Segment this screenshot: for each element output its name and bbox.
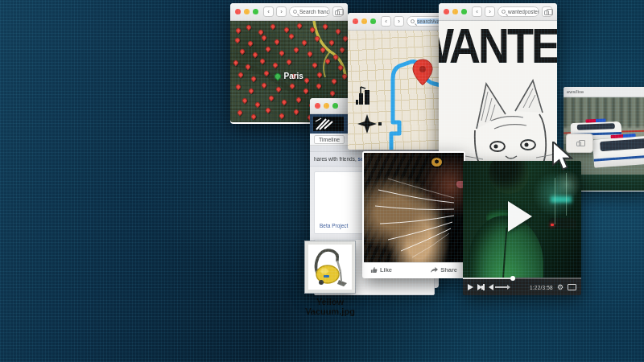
- share-arrow-icon: [431, 266, 438, 274]
- duplicate-tab-button[interactable]: [542, 6, 552, 17]
- share-label: Share: [440, 266, 457, 274]
- search-icon: [411, 19, 415, 23]
- minimize-window-button[interactable]: [361, 19, 367, 24]
- file-name-line1: Yellow: [293, 297, 367, 306]
- settings-gear-icon[interactable]: ⚙: [557, 284, 564, 291]
- browser-toolbar: ‹ › Search france/paris: [230, 3, 348, 21]
- vacuum-thumbnail: [305, 241, 355, 293]
- back-button[interactable]: ‹: [472, 6, 482, 17]
- fullscreen-button[interactable]: [568, 284, 576, 290]
- share-button[interactable]: Share: [431, 266, 457, 274]
- traffic-lights: [235, 9, 258, 14]
- forward-chevron-icon: ›: [280, 7, 283, 16]
- like-button[interactable]: Like: [370, 266, 392, 274]
- cat-whiskers: [364, 153, 464, 262]
- browser-toolbar: ‹ › search/vancouver: [348, 13, 449, 31]
- street-pole: [566, 173, 567, 216]
- search-icon: [293, 10, 297, 14]
- back-chevron-icon: ‹: [476, 7, 478, 16]
- window-vancouver-map: ‹ › search/vancouver: [348, 13, 449, 150]
- search-icon: [502, 10, 506, 14]
- traffic-lights: [444, 9, 467, 14]
- copy-icon: [544, 10, 549, 15]
- back-button[interactable]: ‹: [263, 6, 274, 17]
- close-window-button[interactable]: [235, 9, 241, 14]
- zoom-window-button[interactable]: [332, 103, 338, 109]
- volume-slider[interactable]: [495, 286, 508, 288]
- car-lightbar: [585, 118, 605, 122]
- progress-played: [463, 278, 510, 279]
- beta-project-link[interactable]: Beta Project: [320, 223, 348, 228]
- minimize-window-button[interactable]: [452, 9, 458, 14]
- back-button[interactable]: ‹: [381, 16, 391, 27]
- zoom-window-button[interactable]: [461, 9, 467, 14]
- forward-chevron-icon: ›: [398, 17, 400, 26]
- browser-toolbar: ‹ › wantedposter.jpg: [439, 3, 557, 21]
- green-pin-icon: [274, 72, 283, 80]
- news-toolbar: ews/live: [564, 87, 644, 97]
- thumb-up-icon: [370, 266, 378, 274]
- close-window-button[interactable]: [444, 9, 449, 14]
- video-frame[interactable]: [463, 161, 581, 279]
- traffic-lights: [353, 19, 376, 24]
- wanted-headline: WANTED: [439, 21, 557, 73]
- play-button[interactable]: [468, 284, 473, 290]
- forward-button[interactable]: ›: [485, 6, 495, 17]
- post-action-bar: Like Share: [364, 262, 464, 277]
- route-layer: [348, 31, 449, 150]
- street-map[interactable]: [348, 31, 449, 150]
- suspect-head: [489, 161, 529, 194]
- mouse-cursor-icon: [551, 142, 575, 172]
- car-window: [576, 123, 615, 130]
- forward-button[interactable]: ›: [394, 16, 404, 27]
- tab-timeline[interactable]: Timeline: [314, 135, 345, 144]
- news-url-fragment: ews/live: [567, 89, 584, 94]
- minimize-window-button[interactable]: [324, 103, 329, 109]
- like-label: Like: [380, 266, 392, 274]
- cover-sketch: [313, 117, 344, 131]
- forward-chevron-icon: ›: [489, 7, 491, 16]
- search-query-text: Search france/paris: [299, 9, 330, 14]
- traffic-lights: [315, 103, 338, 109]
- zoom-window-button[interactable]: [253, 9, 258, 14]
- compass-icon: [357, 114, 382, 134]
- forward-button[interactable]: ›: [276, 6, 287, 17]
- window-cat-post: Like Share: [362, 151, 465, 278]
- zoom-window-button[interactable]: [370, 19, 376, 24]
- back-chevron-icon: ‹: [267, 7, 270, 16]
- progress-bar[interactable]: [463, 278, 581, 279]
- close-window-button[interactable]: [315, 103, 320, 109]
- file-icon-yellow-vacuum[interactable]: Yellow Vacuum.jpg: [293, 241, 367, 317]
- copy-icon: [576, 142, 581, 146]
- close-window-button[interactable]: [353, 19, 358, 24]
- speaker-icon: [489, 284, 493, 290]
- duplicate-tab-button[interactable]: [332, 6, 343, 17]
- volume-control[interactable]: [489, 284, 508, 290]
- file-name-line2: Vacuum.jpg: [293, 306, 367, 316]
- progress-knob[interactable]: [510, 276, 515, 281]
- place-name-label: Paris: [283, 72, 303, 80]
- desktop-background: ‹ › Search france/paris Paris ews/live: [0, 0, 644, 362]
- landmark-icon: [356, 87, 369, 105]
- search-query-text: wantedposter.jpg: [508, 9, 539, 14]
- paris-place-marker[interactable]: Paris: [275, 72, 303, 80]
- car-stripe: [593, 154, 644, 161]
- address-search-field[interactable]: Search france/paris: [289, 6, 330, 17]
- message-text: hares with friends,: [314, 156, 358, 162]
- car-window: [600, 138, 644, 150]
- video-control-bar: 1:22/3:58 ⚙: [463, 279, 581, 295]
- address-search-field[interactable]: wantedposter.jpg: [497, 6, 539, 17]
- window-video-player: 1:22/3:58 ⚙: [463, 161, 581, 295]
- police-car-front: [592, 135, 644, 167]
- street-pole: [555, 178, 555, 225]
- file-name-label: Yellow Vacuum.jpg: [293, 297, 367, 317]
- play-overlay-icon[interactable]: [508, 201, 532, 232]
- vacuum-drawing: [308, 245, 352, 290]
- profile-cover-photo[interactable]: [313, 117, 344, 131]
- car-lightbar: [611, 134, 636, 138]
- parked-car: [549, 218, 576, 228]
- cat-photo: [364, 153, 464, 262]
- time-display: 1:22/3:58: [530, 285, 553, 290]
- minimize-window-button[interactable]: [244, 9, 250, 14]
- back-chevron-icon: ‹: [385, 17, 387, 26]
